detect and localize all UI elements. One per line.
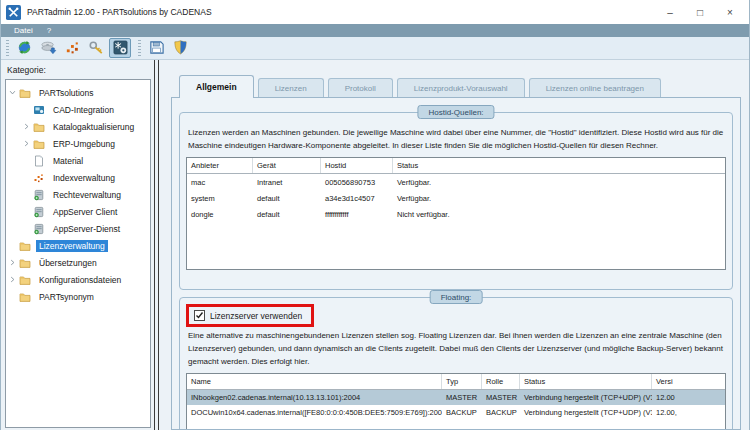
table-cell: 005056890753 [321, 178, 393, 187]
chevron-right-icon[interactable] [9, 259, 19, 267]
cad-icon [33, 104, 46, 116]
table-cell: Intranet [253, 178, 321, 187]
column-header-ger-t[interactable]: Gerät [253, 158, 321, 173]
category-tree: PARTsolutionsCAD-IntegrationKatalogaktua… [5, 79, 151, 428]
uac-shield-icon [172, 39, 189, 58]
sidebar-item-cad-integration[interactable]: CAD-Integration [6, 101, 150, 118]
table-cell: Verbindung hergestellt (TCP+UDP) (V3) [520, 408, 652, 417]
tab-bar: AllgemeinLizenzenProtokollLizenzprodukt-… [171, 75, 741, 97]
sidebar-item-erp-umgebung[interactable]: ERP-Umgebung [6, 135, 150, 152]
floating-description: Eine alternative zu maschinengebundenen … [186, 329, 726, 368]
document-icon [33, 155, 46, 167]
panel-splitter[interactable] [151, 60, 163, 430]
chevron-right-icon[interactable] [23, 140, 33, 148]
tab-lizenzen-online-beantragen[interactable]: Lizenzen online beantragen [529, 78, 661, 97]
table-cell: 12.00, [652, 408, 725, 417]
table-cell: DOCUwin10x64.cadenas.internal([FE80:0:0:… [187, 408, 442, 417]
sidebar-item-partsolutions[interactable]: PARTsolutions [6, 84, 150, 101]
table-cell: Verfügbar. [393, 178, 725, 187]
folder-icon [19, 274, 32, 286]
install-button[interactable] [37, 38, 59, 58]
sidebar-item-rechteverwaltung[interactable]: Rechteverwaltung [6, 186, 150, 203]
menu-item-[interactable]: ? [40, 24, 58, 37]
save-button[interactable] [145, 38, 167, 58]
table-cell: Verbindung hergestellt (TCP+UDP) (V3) [520, 393, 652, 402]
column-header-typ[interactable]: Typ [442, 374, 482, 389]
license-server-table[interactable]: NameTypRolleStatusVersiINbookgen02.caden… [186, 373, 726, 430]
sidebar-item-lizenzverwaltung[interactable]: Lizenzverwaltung [6, 237, 150, 254]
table-cell: system [187, 194, 253, 203]
column-header-rolle[interactable]: Rolle [482, 374, 520, 389]
title-bar: PARTadmin 12.00 - PARTsolutions by CADEN… [1, 0, 749, 24]
app-icon [6, 5, 21, 20]
sidebar-item-katalogaktualisierung[interactable]: Katalogaktualisierung [6, 118, 150, 135]
column-header-status[interactable]: Status [393, 158, 725, 173]
chevron-down-icon[interactable] [9, 89, 19, 97]
folder-icon [33, 121, 46, 133]
license-key-button[interactable] [85, 38, 107, 58]
update-button[interactable] [13, 38, 35, 58]
chevron-right-icon[interactable] [23, 123, 33, 131]
table-cell: Nicht verfügbar. [393, 210, 725, 219]
chevron-right-icon[interactable] [9, 276, 19, 284]
minimize-button[interactable]: – [655, 2, 685, 22]
services-icon [112, 39, 129, 58]
table-cell: 12.00 [652, 393, 725, 402]
window-controls: –□× [655, 2, 745, 22]
install-icon [40, 39, 57, 58]
lizenzserver-checkbox-label[interactable]: Lizenzserver verwenden [210, 311, 302, 321]
app-window: PARTadmin 12.00 - PARTsolutions by CADEN… [0, 0, 750, 430]
toolbar-grip [6, 40, 9, 56]
table-row[interactable]: macIntranet005056890753Verfügbar. [187, 174, 725, 190]
uac-shield-button[interactable] [169, 38, 191, 58]
folder-icon [19, 291, 32, 303]
column-header-hostid[interactable]: Hostid [321, 158, 393, 173]
tab-protokoll[interactable]: Protokoll [328, 78, 393, 97]
column-header-versi[interactable]: Versi [652, 374, 725, 389]
window-title: PARTadmin 12.00 - PARTsolutions by CADEN… [27, 7, 655, 17]
menu-item-datei[interactable]: Datei [7, 24, 40, 37]
maximize-button[interactable]: □ [685, 2, 715, 22]
table-cell: Verfügbar. [393, 194, 725, 203]
table-header: AnbieterGerätHostidStatus [187, 158, 725, 174]
index-icon [64, 39, 81, 58]
column-header-name[interactable]: Name [187, 374, 442, 389]
index-button[interactable] [61, 38, 83, 58]
services-button[interactable] [109, 38, 131, 58]
column-header-status[interactable]: Status [520, 374, 652, 389]
annotation-highlight: Lizenzserver verwenden [186, 304, 314, 327]
lizenzserver-checkbox[interactable] [194, 310, 205, 321]
table-row[interactable]: dongledefaultffffffffffffNicht verfügbar… [187, 206, 725, 222]
tab-lizenzprodukt-vorauswahl[interactable]: Lizenzprodukt-Vorauswahl [397, 78, 525, 97]
server-icon [33, 223, 46, 235]
table-row[interactable]: DOCUwin10x64.cadenas.internal([FE80:0:0:… [187, 405, 725, 420]
table-cell: mac [187, 178, 253, 187]
category-panel: Kategorie: PARTsolutionsCAD-IntegrationK… [1, 60, 151, 430]
sidebar-item-bersetzungen[interactable]: Übersetzungen [6, 254, 150, 271]
update-icon [16, 39, 33, 58]
index-icon [33, 172, 46, 184]
hostid-table[interactable]: AnbieterGerätHostidStatusmacIntranet0050… [186, 157, 726, 270]
table-header: NameTypRolleStatusVersi [187, 374, 725, 390]
sidebar-item-appserver-dienst[interactable]: AppServer-Dienst [6, 220, 150, 237]
menu-bar: Datei? [1, 24, 749, 37]
tab-lizenzen[interactable]: Lizenzen [258, 78, 324, 97]
sidebar-item-material[interactable]: Material [6, 152, 150, 169]
column-header-anbieter[interactable]: Anbieter [187, 158, 253, 173]
sidebar-item-indexverwaltung[interactable]: Indexverwaltung [6, 169, 150, 186]
tab-allgemein[interactable]: Allgemein [179, 75, 254, 98]
license-key-icon [88, 39, 105, 58]
sidebar-item-partsynonym[interactable]: PARTsynonym [6, 288, 150, 305]
server-icon [33, 206, 46, 218]
table-row[interactable]: systemdefaulta34e3d1c4507Verfügbar. [187, 190, 725, 206]
close-button[interactable]: × [715, 2, 745, 22]
hostid-quellen-group: Hostid-Quellen: Lizenzen werden an Masch… [179, 112, 733, 290]
sidebar-item-appserver-client[interactable]: AppServer Client [6, 203, 150, 220]
table-cell: default [253, 194, 321, 203]
table-cell: BACKUP [442, 408, 482, 417]
server-icon [33, 189, 46, 201]
floating-group: Floating: Lizenzserver verwenden Eine al… [179, 297, 733, 430]
table-row[interactable]: INbookgen02.cadenas.internal(10.13.13.10… [187, 390, 725, 405]
sidebar-item-konfigurationsdateien[interactable]: Konfigurationsdateien [6, 271, 150, 288]
folder-icon [19, 257, 32, 269]
